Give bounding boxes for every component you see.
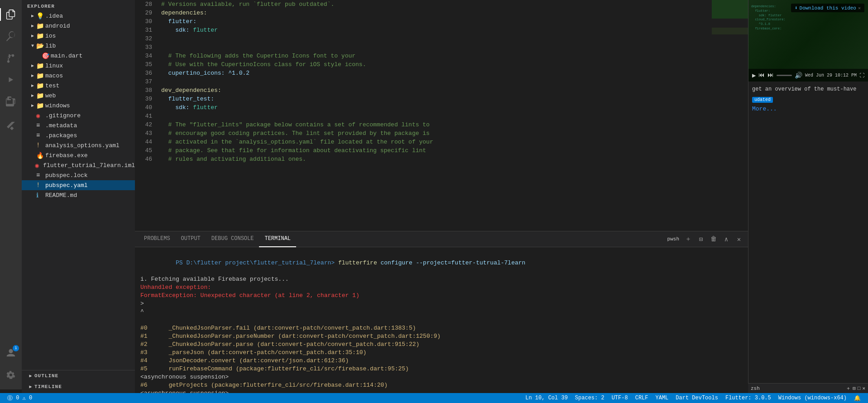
prev-button[interactable]: ⏮ — [758, 72, 765, 79]
sidebar-item-main-dart[interactable]: 🎯 main.dart — [22, 51, 135, 61]
folder-arrow: ▶ — [29, 73, 36, 78]
kill-terminal-btn[interactable]: 🗑 — [708, 234, 719, 245]
code-line-37 — [158, 77, 712, 86]
close-panel-btn[interactable]: ✕ — [734, 234, 744, 245]
activity-search[interactable] — [0, 25, 22, 47]
right-panel: dependencies: flutter: sdk: flutter clou… — [748, 0, 868, 403]
sidebar-item-android[interactable]: ▶ 📁 android — [22, 21, 135, 31]
activity-settings[interactable] — [0, 364, 22, 386]
yaml-icon: ! — [36, 142, 43, 149]
more-link[interactable]: More... — [752, 106, 777, 112]
status-eol[interactable]: CRLF — [632, 393, 652, 403]
status-spaces[interactable]: Spaces: 2 — [571, 393, 608, 403]
download-close[interactable]: ✕ — [858, 5, 861, 11]
video-progress[interactable] — [777, 75, 792, 76]
sidebar-item-firebase-exe[interactable]: 🔥 firebase.exe — [22, 150, 135, 160]
tab-output[interactable]: OUTPUT — [176, 231, 206, 247]
maximize-panel-btn[interactable]: ∧ — [721, 234, 732, 245]
mute-button[interactable]: 🔊 — [795, 72, 802, 79]
terminal-close-btn[interactable]: ✕ — [862, 385, 865, 391]
video-download-button[interactable]: ⬇ Download this video ✕ — [791, 4, 864, 12]
code-line-42: # The "flutter_lints" package below cont… — [158, 120, 712, 129]
tab-debug-console[interactable]: DEBUG CONSOLE — [206, 231, 259, 247]
timeline-label: TIMELINE — [34, 384, 62, 389]
activity-flutter[interactable] — [0, 116, 22, 138]
folder-label: lib — [45, 43, 56, 49]
sidebar-item-pubspec-yaml[interactable]: ! pubspec.yaml — [22, 180, 135, 190]
fullscreen-button[interactable]: ⛶ — [859, 72, 864, 78]
status-bell[interactable]: 🔔 — [850, 393, 864, 403]
code-line-38: dev_dependencies: — [158, 86, 712, 95]
right-text-overview: get an overview of the must-have — [752, 85, 864, 93]
terminal-line: Unhandled exception: — [140, 283, 743, 292]
activity-source-control[interactable] — [0, 47, 22, 69]
video-code-overlay: dependencies: flutter: sdk: flutter clou… — [751, 5, 786, 31]
terminal-max-btn[interactable]: □ — [858, 386, 861, 391]
code-content[interactable]: # Versions available, run `flutter pub o… — [158, 0, 712, 231]
activity-explorer[interactable] — [0, 4, 22, 25]
status-dart-devtools[interactable]: Dart DevTools — [672, 393, 722, 403]
code-line-40: sdk: flutter — [158, 103, 712, 112]
status-position[interactable]: Ln 10, Col 39 — [522, 393, 571, 403]
file-label: analysis_options.yaml — [45, 142, 120, 149]
terminal-body[interactable]: PS D:\flutter project\flutter_tutrial_7l… — [135, 247, 748, 403]
sidebar-item-flutter-iml[interactable]: ◉ flutter_tutrial_7learn.iml — [22, 160, 135, 170]
folder-arrow: ▼ — [29, 43, 36, 48]
sidebar-item-idea[interactable]: ▶ 💡 .idea — [22, 11, 135, 21]
sidebar-item-gitignore[interactable]: ◉ .gitignore — [22, 110, 135, 120]
sidebar-item-macos[interactable]: ▶ 📁 macos — [22, 71, 135, 81]
tab-terminal[interactable]: TERMINAL — [259, 231, 296, 247]
status-flutter-version[interactable]: Flutter: 3.0.5 — [722, 393, 775, 403]
line-num-34: 34 — [135, 52, 152, 60]
sidebar-item-windows[interactable]: ▶ 📁 windows — [22, 101, 135, 110]
sidebar-item-linux[interactable]: ▶ 📁 linux — [22, 61, 135, 71]
terminal-add-btn[interactable]: ＋ — [846, 385, 851, 392]
split-terminal-btn[interactable]: ⊟ — [695, 234, 706, 245]
terminal-panel: PROBLEMS OUTPUT DEBUG CONSOLE TERMINAL p… — [135, 231, 748, 403]
activity-accounts[interactable]: 1 — [0, 342, 22, 364]
code-line-32 — [158, 34, 712, 43]
status-encoding[interactable]: UTF-8 — [608, 393, 632, 403]
sidebar-item-ios[interactable]: ▶ 📁 ios — [22, 31, 135, 41]
sidebar-item-lib[interactable]: ▼ 📂 lib — [22, 41, 135, 51]
sidebar-item-test[interactable]: ▶ 📁 test — [22, 81, 135, 91]
sidebar-item-web[interactable]: ▶ 📁 web — [22, 91, 135, 101]
sidebar-item-readme[interactable]: ℹ README.md — [22, 190, 135, 200]
line-num-35: 35 — [135, 60, 152, 69]
code-editor: 28 29 30 31 32 33 34 35 36 37 38 39 40 4… — [135, 0, 748, 231]
sidebar-item-packages[interactable]: ≡ .packages — [22, 130, 135, 140]
sidebar-item-pubspec-lock[interactable]: ≡ pubspec.lock — [22, 170, 135, 180]
readme-icon: ℹ — [36, 192, 43, 199]
file-label: .packages — [45, 132, 77, 139]
code-line-36: cupertino_icons: ^1.0.2 — [158, 69, 712, 77]
outline-arrow: ▶ — [27, 373, 34, 379]
outline-section[interactable]: ▶ OUTLINE — [22, 370, 135, 381]
tab-problems[interactable]: PROBLEMS — [139, 231, 176, 247]
status-language[interactable]: YAML — [652, 393, 672, 403]
sidebar-item-analysis-options[interactable]: ! analysis_options.yaml — [22, 140, 135, 150]
play-button[interactable]: ▶ — [752, 72, 756, 79]
file-label: firebase.exe — [45, 152, 88, 159]
code-line-41 — [158, 112, 712, 120]
activity-run[interactable] — [0, 69, 22, 91]
status-errors[interactable]: ⓪ 0 ⚠ 0 — [4, 393, 36, 403]
terminal-split-btn[interactable]: ⊟ — [853, 385, 856, 391]
terminal-line: #0 _ChunkedJsonParser.fail (dart:convert… — [140, 324, 743, 332]
sidebar-title: EXPLORER — [22, 0, 135, 11]
next-button[interactable]: ⏭ — [767, 72, 774, 79]
line-num-32: 32 — [135, 34, 152, 43]
accounts-badge: 1 — [13, 345, 19, 351]
new-terminal-btn[interactable]: ＋ — [683, 234, 694, 245]
folder-arrow: ▶ — [29, 93, 36, 98]
activity-bar: 1 — [0, 0, 22, 389]
minimap — [712, 0, 748, 231]
folder-arrow: ▶ — [29, 83, 36, 88]
sidebar-item-metadata[interactable]: ≡ .metadata — [22, 120, 135, 130]
activity-extensions[interactable] — [0, 91, 22, 112]
timeline-section[interactable]: ▶ TIMELINE — [22, 381, 135, 392]
line-num-41: 41 — [135, 112, 152, 120]
file-label: .gitignore — [45, 112, 81, 119]
status-right: Ln 10, Col 39 Spaces: 2 UTF-8 CRLF YAML … — [522, 393, 864, 403]
status-platform[interactable]: Windows (windows-x64) — [775, 393, 850, 403]
line-num-45: 45 — [135, 146, 152, 155]
